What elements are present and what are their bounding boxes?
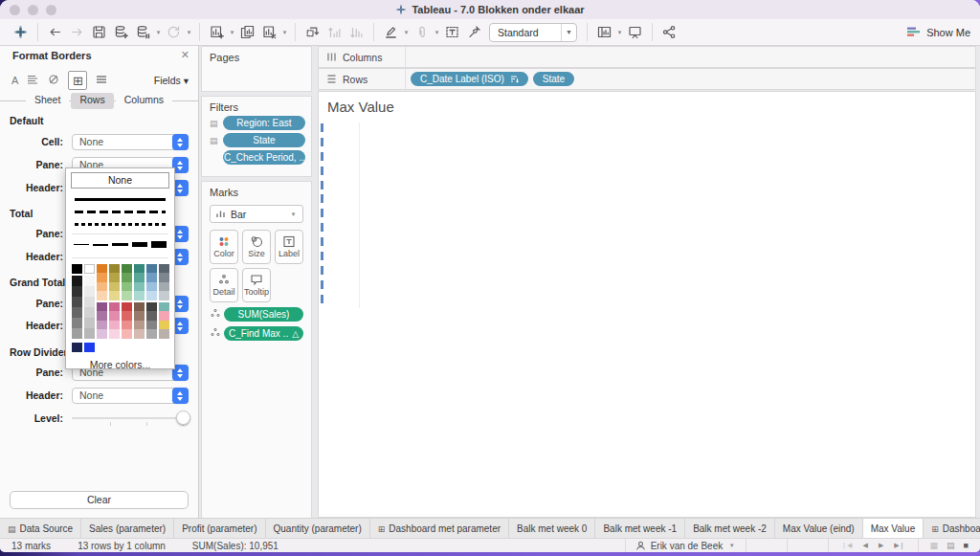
bar-mark[interactable] xyxy=(321,123,323,132)
palette-swatch[interactable] xyxy=(72,276,82,286)
mark-type-caret[interactable]: ▾ xyxy=(289,211,298,218)
border-color-palette[interactable] xyxy=(72,264,168,352)
highlight-caret[interactable]: ▾ xyxy=(402,29,411,36)
palette-swatch[interactable] xyxy=(109,329,120,339)
sheet-tab[interactable]: Balk met week -1 xyxy=(595,519,685,539)
sheet-tab[interactable]: ▤ Data Source xyxy=(0,519,81,539)
palette-swatch[interactable] xyxy=(72,328,82,339)
palette-swatch[interactable] xyxy=(159,329,169,339)
border-thickness-options[interactable] xyxy=(74,240,167,250)
palette-swatch[interactable] xyxy=(159,291,169,300)
group-members-button[interactable] xyxy=(411,22,433,42)
close-window-button[interactable] xyxy=(10,5,20,15)
fit-selector-caret[interactable]: ▼ xyxy=(561,24,576,41)
level-slider-track[interactable] xyxy=(72,417,185,419)
pause-auto-updates-button[interactable] xyxy=(132,22,154,42)
palette-swatch[interactable] xyxy=(146,302,157,312)
redo-button[interactable] xyxy=(66,22,88,42)
sheet-tab[interactable]: Max Value xyxy=(863,519,924,539)
sheet-tab[interactable]: Balk met week 0 xyxy=(509,519,595,539)
palette-swatch[interactable] xyxy=(159,302,169,312)
palette-upper-colors[interactable] xyxy=(97,264,169,300)
run-auto-updates-button[interactable] xyxy=(163,22,185,42)
size-button[interactable]: Size xyxy=(242,230,271,264)
show-hide-cards-caret[interactable]: ▾ xyxy=(615,29,624,36)
zoom-window-button[interactable] xyxy=(46,5,56,15)
palette-swatch[interactable] xyxy=(134,321,145,330)
palette-swatch[interactable] xyxy=(122,282,132,292)
palette-swatch[interactable] xyxy=(97,291,107,300)
format-lines-icon[interactable] xyxy=(95,73,108,88)
sheet-tab[interactable]: Quantity (parameter) xyxy=(266,519,370,539)
palette-swatch[interactable] xyxy=(109,302,120,312)
new-worksheet-button[interactable] xyxy=(206,22,228,42)
bar-mark[interactable] xyxy=(321,223,323,232)
row-divider-header-select[interactable]: None xyxy=(72,388,189,404)
palette-swatch[interactable] xyxy=(97,321,107,330)
marks-pill[interactable]: C_Find Max ..△ xyxy=(224,326,303,341)
palette-swatch[interactable] xyxy=(122,264,132,274)
palette-swatch[interactable] xyxy=(97,311,107,321)
clear-button[interactable]: Clear xyxy=(10,491,189,509)
sort-ascending-button[interactable] xyxy=(323,22,345,42)
pause-auto-updates-caret[interactable]: ▾ xyxy=(154,29,163,36)
rows-shelf[interactable]: Rows C_Date Label (ISO) State xyxy=(318,68,976,90)
clear-sheet-button[interactable] xyxy=(258,22,280,42)
sort-descending-button[interactable] xyxy=(345,22,368,42)
sheet-tab[interactable]: Sales (parameter) xyxy=(81,519,174,539)
palette-swatch[interactable] xyxy=(97,264,107,274)
sheet-tab[interactable]: ⊞ Dashboard met parameter xyxy=(370,519,509,539)
mark-type-dropdown[interactable]: Bar ▾ xyxy=(210,205,303,223)
palette-swatch[interactable] xyxy=(97,329,107,339)
sheet-tab[interactable]: Profit (parameter) xyxy=(174,519,265,539)
bar-mark[interactable] xyxy=(321,167,323,175)
palette-white-swatch[interactable] xyxy=(84,264,95,274)
border-dashed-option[interactable] xyxy=(75,211,166,213)
palette-swatch[interactable] xyxy=(84,328,95,339)
palette-swatch[interactable] xyxy=(146,329,157,339)
palette-swatch[interactable] xyxy=(97,302,107,312)
default-cell-select[interactable]: None xyxy=(72,134,189,150)
bar-mark[interactable] xyxy=(321,252,323,260)
palette-swatch[interactable] xyxy=(134,291,145,300)
previous-sheet-icon[interactable]: ◀ xyxy=(860,542,871,549)
filter-pill[interactable]: Region: East xyxy=(223,116,305,130)
first-sheet-icon[interactable]: ❘◀ xyxy=(838,542,855,549)
duplicate-sheet-button[interactable] xyxy=(236,22,258,42)
palette-black-strip[interactable] xyxy=(72,276,82,339)
bar-mark[interactable] xyxy=(321,138,323,146)
level-slider-handle[interactable] xyxy=(176,411,190,425)
bar-mark[interactable] xyxy=(321,181,323,189)
rows-shelf-pill[interactable]: C_Date Label (ISO) xyxy=(411,72,528,86)
palette-swatch[interactable] xyxy=(146,282,157,292)
palette-swatch[interactable] xyxy=(109,282,120,292)
palette-lower-colors[interactable] xyxy=(97,302,169,339)
palette-black-swatch[interactable] xyxy=(72,264,82,274)
border-none-option[interactable]: None xyxy=(71,172,169,189)
palette-swatch[interactable] xyxy=(72,343,82,352)
highlight-button[interactable] xyxy=(380,22,402,42)
palette-swatch[interactable] xyxy=(134,302,145,312)
palette-swatch[interactable] xyxy=(72,307,82,318)
palette-swatch[interactable] xyxy=(159,311,169,321)
palette-swatch[interactable] xyxy=(146,291,157,300)
palette-swatch[interactable] xyxy=(134,282,145,292)
palette-swatch[interactable] xyxy=(72,318,82,328)
bar-mark[interactable] xyxy=(321,295,323,303)
palette-swatch[interactable] xyxy=(146,321,157,330)
palette-swatch[interactable] xyxy=(122,273,132,282)
show-me-button[interactable]: Show Me xyxy=(906,25,970,39)
palette-swatch[interactable] xyxy=(109,264,120,274)
save-button[interactable] xyxy=(88,22,110,42)
columns-shelf[interactable]: Columns xyxy=(318,46,976,68)
new-worksheet-caret[interactable]: ▾ xyxy=(228,29,236,36)
show-hide-cards-button[interactable] xyxy=(593,22,615,42)
bar-mark[interactable] xyxy=(321,152,323,161)
color-button[interactable]: Color xyxy=(210,230,238,264)
tableau-home-icon[interactable] xyxy=(10,22,32,42)
sheet-tab[interactable]: Max Value (eind) xyxy=(775,519,863,539)
bar-mark[interactable] xyxy=(321,280,323,289)
fields-dropdown[interactable]: Fields ▾ xyxy=(154,75,189,86)
run-auto-updates-caret[interactable]: ▾ xyxy=(185,29,193,36)
format-font-icon[interactable]: A xyxy=(11,75,18,86)
